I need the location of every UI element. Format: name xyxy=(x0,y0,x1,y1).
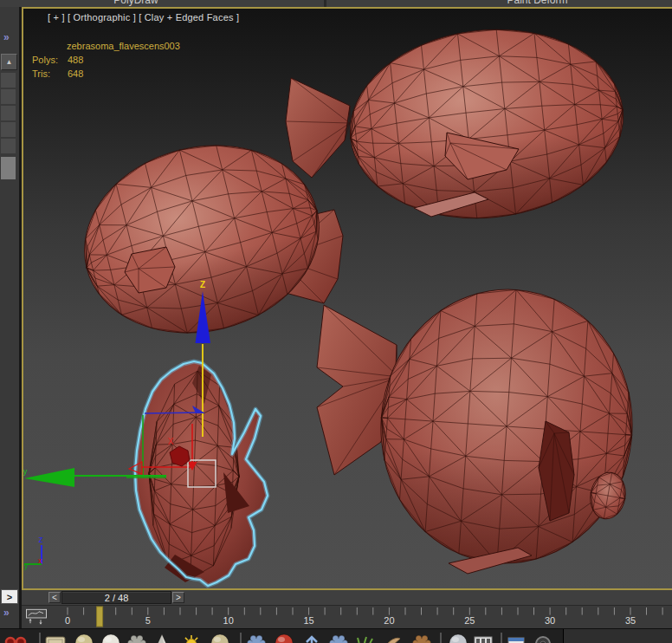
trackbar-frame-label: 35 xyxy=(625,615,636,626)
trackbar-frame-label: 30 xyxy=(545,615,555,626)
flowers-blue-icon[interactable] xyxy=(327,633,350,643)
trackbar-frame-label: 20 xyxy=(384,615,394,626)
particles-blue-icon[interactable] xyxy=(245,633,268,643)
open-panel-button[interactable]: > xyxy=(1,589,18,604)
fish-body[interactable] xyxy=(372,281,641,571)
viewport-label[interactable]: [ + ] [ Orthographic ] [ Clay + Edged Fa… xyxy=(48,12,239,23)
scrollbar-thumb[interactable] xyxy=(1,157,16,179)
gizmo-y-arrow[interactable] xyxy=(24,468,74,487)
fish-model-top-right[interactable] xyxy=(286,16,632,231)
ribbon-panel-paint-deform[interactable]: Paint Deform xyxy=(326,0,672,7)
trackbar-frame-label: 15 xyxy=(303,615,313,626)
viewport-canvas[interactable]: Z X y z x y xyxy=(23,9,672,588)
tripod-y-label: y xyxy=(24,562,29,570)
viewport[interactable]: Z X y z x y [ + ] [ Orthographic ] [ Cla… xyxy=(22,7,672,590)
gizmo-y-axis-label: y xyxy=(23,467,28,476)
ribbon-panel-polydraw[interactable]: PolyDraw xyxy=(0,0,324,7)
time-slider-row: < 2 / 48 > xyxy=(22,590,672,605)
polys-value: 488 xyxy=(68,53,83,67)
arrow-blue-icon[interactable] xyxy=(300,633,323,643)
scroll-up-button[interactable]: ▲ xyxy=(1,54,17,70)
sphere-olive-icon[interactable] xyxy=(209,633,231,643)
trackbar-frame-label: 25 xyxy=(464,615,475,626)
splat-gray-icon[interactable] xyxy=(126,633,148,643)
previous-frame-button[interactable]: < xyxy=(48,592,61,603)
scrollbar-segment[interactable] xyxy=(1,139,16,153)
grass-green-icon[interactable] xyxy=(354,633,377,643)
taskbar-divider xyxy=(440,633,442,643)
sidebar-expand-chevron-icon[interactable]: » xyxy=(3,31,10,43)
taskbar-empty-zone[interactable] xyxy=(563,629,672,643)
sphere-gray-icon[interactable] xyxy=(447,633,469,643)
sphere-white-icon[interactable] xyxy=(100,633,122,643)
sun-yellow-icon[interactable] xyxy=(180,633,203,643)
viewport-statistics: zebrasoma_flavescens003 Polys: 488 Tris:… xyxy=(32,39,180,81)
gizmo-x-axis-label: X xyxy=(168,437,174,446)
ring-dark-icon[interactable] xyxy=(532,633,554,643)
taskbar xyxy=(0,628,672,643)
urchin-brown-icon[interactable] xyxy=(410,633,433,643)
timeline-playhead[interactable] xyxy=(97,607,103,627)
tripod-x-label: x xyxy=(38,556,42,565)
left-sidebar-strip: » ▲ > » xyxy=(0,7,22,628)
selected-object-name: zebrasoma_flavescens003 xyxy=(67,39,180,53)
tris-label: Tris: xyxy=(32,67,68,81)
trackbar-frame-label: 10 xyxy=(223,615,234,626)
panel-rows-icon[interactable] xyxy=(472,633,494,643)
scrollbar-segment[interactable] xyxy=(1,73,16,88)
polys-label: Polys: xyxy=(32,53,68,67)
glasses-red-icon[interactable] xyxy=(4,633,27,643)
main-window: PolyDraw Paint Deform » ▲ > » xyxy=(0,0,672,643)
taskbar-divider xyxy=(240,633,242,643)
gizmo-z-axis-label: Z xyxy=(200,280,205,289)
ribbon-panel-paint-deform-label: Paint Deform xyxy=(326,0,672,6)
track-bar[interactable]: 05101520253035 xyxy=(22,605,672,628)
ribbon-strip: PolyDraw Paint Deform xyxy=(0,0,672,7)
taskbar-divider xyxy=(39,633,41,643)
monitor-tan-icon[interactable] xyxy=(44,633,67,643)
window-app-icon[interactable] xyxy=(505,633,527,643)
tripod-z-label: z xyxy=(39,535,43,544)
ribbon-panel-polydraw-label: PolyDraw xyxy=(0,0,324,6)
fish-model-bottom-right[interactable] xyxy=(317,281,642,574)
viewport-content[interactable]: Z X y z x y [ + ] [ Orthographic ] [ Cla… xyxy=(23,9,672,588)
sphere-red-icon[interactable] xyxy=(273,633,295,643)
fish-model-selected[interactable] xyxy=(135,361,268,586)
scrollbar-segment[interactable] xyxy=(1,106,16,120)
scrollbar-segment[interactable] xyxy=(1,89,16,104)
taskbar-divider xyxy=(501,633,502,643)
trackbar-frame-label: 0 xyxy=(65,615,70,626)
current-frame-display[interactable]: 2 / 48 xyxy=(61,591,171,604)
trackbar-frame-label: 5 xyxy=(145,615,151,626)
mini-curve-editor-icon[interactable] xyxy=(27,609,47,624)
feather-tan-icon[interactable] xyxy=(380,633,403,643)
sphere-tan-icon[interactable] xyxy=(73,633,95,643)
scrollbar-segment[interactable] xyxy=(1,122,16,137)
next-frame-button[interactable]: > xyxy=(172,592,184,603)
sidebar-bottom-chevron-icon[interactable]: » xyxy=(3,607,10,619)
cone-white-icon[interactable] xyxy=(151,633,173,643)
tris-value: 648 xyxy=(68,67,83,81)
